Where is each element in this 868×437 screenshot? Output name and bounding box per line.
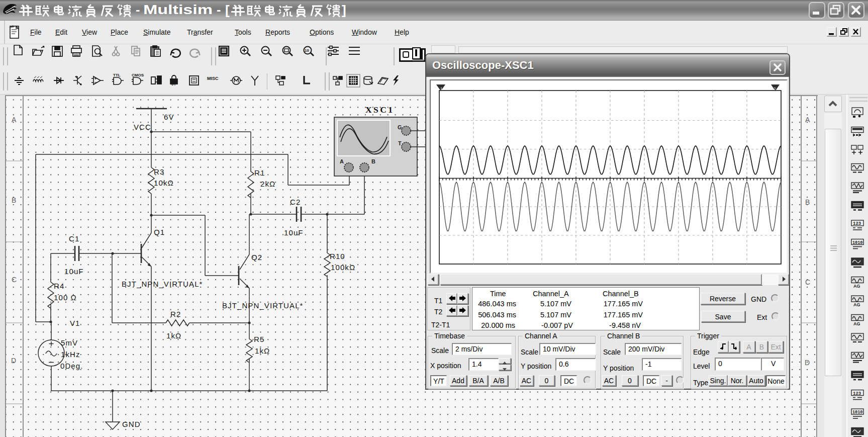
- svg-text:6V: 6V: [164, 113, 174, 121]
- svg-text:10kΩ: 10kΩ: [154, 179, 174, 187]
- svg-text:C2: C2: [290, 198, 301, 206]
- svg-text:MISC: MISC: [207, 76, 219, 81]
- svg-text:R1: R1: [254, 168, 265, 177]
- svg-text:10uF: 10uF: [284, 228, 304, 237]
- svg-text:TTL: TTL: [113, 73, 121, 77]
- svg-text:R5: R5: [254, 335, 264, 343]
- svg-text:0Deg.: 0Deg.: [60, 362, 83, 370]
- svg-text:123: 123: [853, 221, 861, 226]
- svg-text:BJT_NPN_VIRTUAL*: BJT_NPN_VIRTUAL*: [122, 280, 203, 288]
- svg-text:C1: C1: [69, 234, 79, 243]
- svg-text:D: D: [805, 359, 810, 367]
- svg-text:Q1: Q1: [154, 228, 165, 236]
- svg-text:0T: 0T: [171, 82, 176, 86]
- svg-text:R2: R2: [170, 310, 181, 318]
- svg-text:2kΩ: 2kΩ: [260, 180, 275, 188]
- svg-text:[: [: [225, 3, 230, 18]
- svg-text:100kΩ: 100kΩ: [331, 263, 355, 272]
- svg-text:A: A: [805, 116, 810, 124]
- svg-text:Q2: Q2: [251, 253, 262, 261]
- svg-text:T: T: [398, 140, 402, 146]
- svg-text:A: A: [340, 158, 344, 164]
- svg-text:AG: AG: [853, 302, 860, 307]
- svg-text:V1: V1: [70, 319, 80, 327]
- svg-text:C: C: [805, 278, 810, 286]
- svg-text:AG: AG: [853, 284, 860, 289]
- svg-text:B: B: [371, 158, 375, 164]
- svg-text:-: -: [136, 3, 140, 17]
- svg-text:1kΩ: 1kΩ: [255, 346, 270, 355]
- svg-text:B: B: [805, 198, 810, 206]
- svg-text:]: ]: [342, 3, 346, 18]
- svg-text:1kΩ: 1kΩ: [166, 331, 181, 340]
- svg-text:CMOS: CMOS: [132, 73, 144, 77]
- svg-text:-: -: [217, 3, 221, 17]
- svg-text:R10: R10: [330, 252, 345, 260]
- svg-text:D: D: [11, 357, 16, 365]
- svg-text:1kHz: 1kHz: [61, 350, 80, 359]
- svg-text:C: C: [12, 276, 17, 284]
- svg-text:10uF: 10uF: [64, 267, 84, 276]
- svg-text:B: B: [12, 196, 16, 204]
- svg-text:BJT_NPN_VIRTUAL*: BJT_NPN_VIRTUAL*: [222, 301, 304, 310]
- svg-text:R4: R4: [54, 282, 64, 290]
- svg-text:R3: R3: [154, 167, 164, 176]
- svg-text:GND: GND: [122, 420, 141, 428]
- svg-text:Multisim: Multisim: [143, 3, 213, 17]
- svg-text:VCC: VCC: [134, 123, 151, 131]
- svg-text:1010: 1010: [852, 410, 862, 415]
- svg-text:2: 2: [774, 86, 776, 91]
- svg-text:123: 123: [853, 391, 861, 396]
- svg-text:1010: 1010: [852, 240, 862, 245]
- svg-text:10: 10: [305, 48, 309, 53]
- svg-text:AG: AG: [853, 321, 860, 326]
- svg-text:A: A: [12, 116, 17, 124]
- svg-text:G: G: [398, 124, 402, 130]
- svg-text:5mV: 5mV: [61, 338, 78, 347]
- svg-text:100 Ω: 100 Ω: [54, 293, 77, 302]
- svg-text:1: 1: [440, 86, 443, 91]
